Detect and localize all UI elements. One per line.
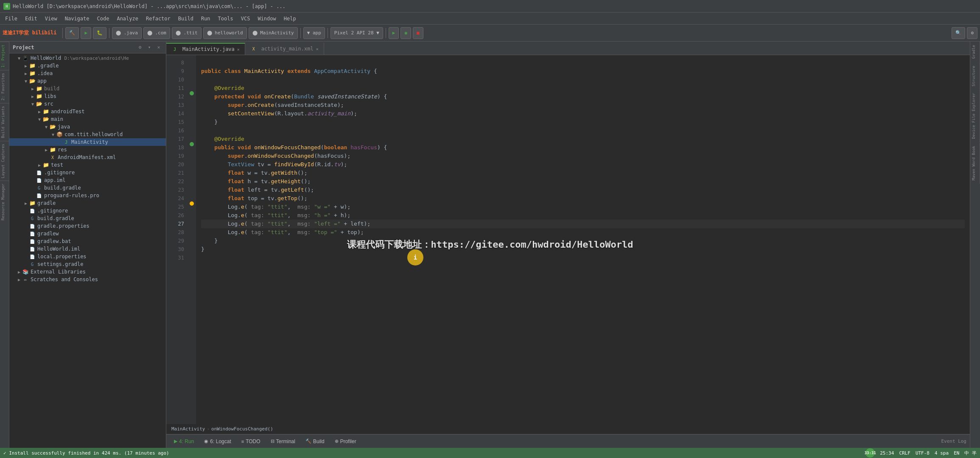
terminal-button[interactable]: ⊟ Terminal [266, 437, 300, 446]
menu-refactor[interactable]: Refactor [143, 14, 174, 23]
build-variants-tab[interactable]: Build Variants [0, 103, 9, 141]
tree-build-dir[interactable]: ▶ 📁 build [9, 85, 166, 92]
profiler-button[interactable]: ⊕ Profiler [330, 437, 361, 446]
stop-app-button[interactable]: ■ [413, 27, 423, 39]
build-icon: 🔨 [305, 438, 311, 444]
menu-help[interactable]: Help [280, 14, 300, 23]
tree-app-dir[interactable]: ▼ 📂 app [9, 77, 166, 85]
run-app-button[interactable]: ▶ [389, 27, 399, 39]
tree-manifest-file[interactable]: X AndroidManifest.xml [9, 154, 166, 161]
project-tab[interactable]: 1: Project [0, 42, 9, 70]
todo-button[interactable]: ≡ TODO [237, 437, 265, 446]
tree-androidtest-dir[interactable]: ▶ 📁 androidTest [9, 108, 166, 115]
tree-package[interactable]: ▼ 📦 com.ttit.helloworld [9, 131, 166, 138]
tree-gradlew[interactable]: 📄 gradlew [9, 230, 166, 237]
gitignore-root-label: .gitignore [37, 208, 68, 214]
menu-run[interactable]: Run [198, 14, 214, 23]
menu-vcs[interactable]: VCS [238, 14, 254, 23]
build-button[interactable]: 🔨 Build [301, 437, 329, 446]
tree-idea-dir[interactable]: ▶ 📁 .idea [9, 70, 166, 77]
gutter-27 [188, 216, 196, 225]
tree-gradle-dir[interactable]: ▶ 📁 .gradle [9, 62, 166, 70]
status-indicator[interactable]: 33:31 [865, 448, 875, 458]
tree-root[interactable]: ▼ 📱 HelloWorld D:\workspace\android\He [9, 54, 166, 62]
device-selector[interactable]: Pixel 2 API 28 ▼ [330, 27, 383, 39]
collapse-icon[interactable]: ▾ [146, 44, 153, 51]
code-editor[interactable]: 8 9 10 11 12 13 14 15 16 17 18 19 20 21 … [166, 55, 970, 424]
menu-view[interactable]: View [42, 14, 61, 23]
menu-tools[interactable]: Tools [215, 14, 237, 23]
tree-gitignore-app[interactable]: 📄 .gitignore [9, 169, 166, 176]
gutter-30 [188, 242, 196, 250]
toolbar-run-icon[interactable]: ▶ [81, 27, 91, 39]
breakpoint-18[interactable] [190, 142, 194, 146]
breadcrumb-sep: › [207, 426, 210, 432]
tab-activity-main-close[interactable]: ✕ [316, 47, 319, 51]
menu-edit[interactable]: Edit [22, 14, 41, 23]
tree-test-dir[interactable]: ▶ 📁 test [9, 161, 166, 169]
gutter-25[interactable] [188, 199, 196, 208]
breakpoint-25[interactable] [190, 201, 194, 206]
mainactivity-selector[interactable]: ⬤ MainActivity [249, 27, 298, 39]
layout-captures-tab[interactable]: Layout Captures [0, 141, 9, 181]
tab-mainactivity[interactable]: J MainActivity.java ✕ [166, 43, 245, 55]
settings-button[interactable]: ⚙ [967, 27, 977, 39]
helloworld-selector[interactable]: ⬤ helloworld [203, 27, 247, 39]
gradle-tab[interactable]: Gradle [970, 42, 980, 62]
toolbar-build-icon[interactable]: 🔨 [65, 27, 79, 39]
tree-local-properties[interactable]: 📄 local.properties [9, 253, 166, 260]
tree-gradlew-bat[interactable]: 📄 gradlew.bat [9, 237, 166, 245]
debug-app-button[interactable]: ◉ [400, 27, 411, 39]
gutter-12[interactable] [188, 89, 196, 98]
tree-src-dir[interactable]: ▼ 📂 src [9, 100, 166, 108]
tree-mainactivity-file[interactable]: J MainActivity [9, 138, 166, 146]
tree-gitignore-root[interactable]: 📄 .gitignore [9, 207, 166, 215]
menu-build[interactable]: Build [175, 14, 197, 23]
code-content[interactable]: public class MainActivity extends AppCom… [196, 55, 970, 424]
tree-build-gradle-root[interactable]: G build.gradle [9, 215, 166, 222]
breadcrumb-method[interactable]: onWindowFocusChanged() [211, 426, 273, 432]
event-log-button[interactable]: Event Log [941, 438, 966, 444]
target-selector[interactable]: ⬤ .ttit [172, 27, 202, 39]
tree-proguard[interactable]: 📄 proguard-rules.pro [9, 192, 166, 199]
tree-settings-gradle[interactable]: G settings.gradle [9, 260, 166, 268]
search-everywhere-button[interactable]: 🔍 [952, 27, 965, 39]
tree-app-iml[interactable]: 📄 app.iml [9, 176, 166, 184]
gear-icon[interactable]: ⚙ [136, 44, 144, 51]
menu-navigate[interactable]: Navigate [62, 14, 93, 23]
tab-mainactivity-label: MainActivity.java [182, 46, 235, 52]
menu-file[interactable]: File [2, 14, 21, 23]
structure-tab[interactable]: Structure [970, 62, 980, 90]
tab-activity-main-xml[interactable]: X activity_main.xml ✕ [245, 43, 324, 55]
tree-helloworld-iml[interactable]: 📄 HelloWorld.iml [9, 245, 166, 253]
app-selector[interactable]: ▼ app [303, 27, 325, 39]
tree-gradle-properties[interactable]: 📄 gradle.properties [9, 222, 166, 230]
tree-build-gradle-app[interactable]: G build.gradle [9, 184, 166, 192]
menu-code[interactable]: Code [94, 14, 113, 23]
tab-mainactivity-close[interactable]: ✕ [237, 47, 240, 52]
menu-window[interactable]: Window [254, 14, 279, 23]
menu-analyze[interactable]: Analyze [113, 14, 142, 23]
toolbar-debug-icon[interactable]: 🐛 [93, 27, 106, 39]
breadcrumb-mainactivity[interactable]: MainActivity [171, 426, 205, 432]
tree-gradle-root-dir[interactable]: ▶ 📁 gradle [9, 199, 166, 207]
tree-java-dir[interactable]: ▼ 📂 java [9, 123, 166, 131]
resource-manager-tab[interactable]: Resource Manager [0, 181, 9, 223]
run-button[interactable]: ▶ 4: Run [170, 437, 198, 446]
tree-libs-dir[interactable]: ▶ 📁 libs [9, 92, 166, 100]
breakpoint-12[interactable] [190, 91, 194, 95]
package-selector[interactable]: ⬤ .java [112, 27, 142, 39]
code-line-29: } [201, 237, 965, 245]
maven-word-book-tab[interactable]: Maven Word Book [970, 142, 980, 184]
gutter-18[interactable] [188, 140, 196, 148]
module-selector[interactable]: ⬤ .com [143, 27, 170, 39]
tree-res-dir[interactable]: ▶ 📁 res [9, 146, 166, 154]
logcat-button[interactable]: ◉ 6: Logcat [200, 437, 235, 446]
device-file-explorer-tab[interactable]: Device File Explorer [970, 89, 980, 142]
favorites-tab[interactable]: 2: Favorites [0, 70, 9, 103]
tree-external-libraries[interactable]: ▶ 📚 External Libraries [9, 268, 166, 276]
close-panel-icon[interactable]: ✕ [155, 44, 162, 51]
tree-scratches-consoles[interactable]: ▶ ✏️ Scratches and Consoles [9, 276, 166, 283]
toolbar-sep-3 [300, 28, 301, 38]
tree-main-dir[interactable]: ▼ 📂 main [9, 115, 166, 123]
